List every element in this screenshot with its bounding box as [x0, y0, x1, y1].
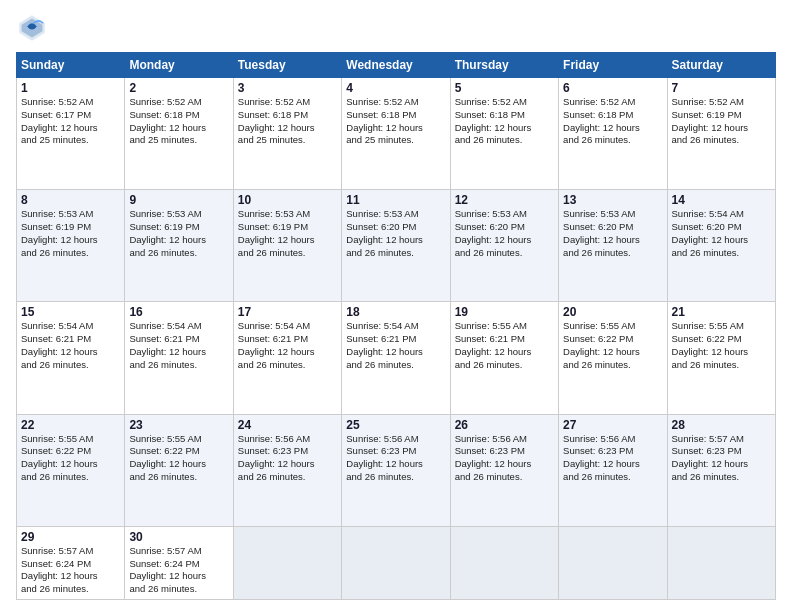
- day-number: 1: [21, 81, 120, 95]
- calendar-header-thursday: Thursday: [450, 53, 558, 78]
- logo: [16, 12, 54, 44]
- day-detail: Sunrise: 5:55 AM Sunset: 6:22 PM Dayligh…: [21, 433, 120, 484]
- day-number: 24: [238, 418, 337, 432]
- calendar-header-sunday: Sunday: [17, 53, 125, 78]
- calendar-cell: 28Sunrise: 5:57 AM Sunset: 6:23 PM Dayli…: [667, 414, 775, 526]
- calendar-cell: [450, 526, 558, 599]
- calendar-cell: 3Sunrise: 5:52 AM Sunset: 6:18 PM Daylig…: [233, 78, 341, 190]
- calendar-table: SundayMondayTuesdayWednesdayThursdayFrid…: [16, 52, 776, 600]
- day-detail: Sunrise: 5:55 AM Sunset: 6:22 PM Dayligh…: [129, 433, 228, 484]
- day-detail: Sunrise: 5:57 AM Sunset: 6:24 PM Dayligh…: [129, 545, 228, 596]
- calendar-cell: 4Sunrise: 5:52 AM Sunset: 6:18 PM Daylig…: [342, 78, 450, 190]
- calendar-week-row: 1Sunrise: 5:52 AM Sunset: 6:17 PM Daylig…: [17, 78, 776, 190]
- calendar-header-row: SundayMondayTuesdayWednesdayThursdayFrid…: [17, 53, 776, 78]
- day-number: 14: [672, 193, 771, 207]
- day-detail: Sunrise: 5:56 AM Sunset: 6:23 PM Dayligh…: [238, 433, 337, 484]
- calendar-cell: 14Sunrise: 5:54 AM Sunset: 6:20 PM Dayli…: [667, 190, 775, 302]
- day-number: 27: [563, 418, 662, 432]
- day-detail: Sunrise: 5:57 AM Sunset: 6:24 PM Dayligh…: [21, 545, 120, 596]
- calendar-cell: 7Sunrise: 5:52 AM Sunset: 6:19 PM Daylig…: [667, 78, 775, 190]
- day-detail: Sunrise: 5:53 AM Sunset: 6:19 PM Dayligh…: [238, 208, 337, 259]
- calendar-cell: 23Sunrise: 5:55 AM Sunset: 6:22 PM Dayli…: [125, 414, 233, 526]
- day-number: 11: [346, 193, 445, 207]
- day-number: 20: [563, 305, 662, 319]
- day-number: 22: [21, 418, 120, 432]
- day-detail: Sunrise: 5:57 AM Sunset: 6:23 PM Dayligh…: [672, 433, 771, 484]
- calendar-cell: 15Sunrise: 5:54 AM Sunset: 6:21 PM Dayli…: [17, 302, 125, 414]
- calendar-cell: [559, 526, 667, 599]
- day-number: 5: [455, 81, 554, 95]
- day-number: 10: [238, 193, 337, 207]
- day-number: 30: [129, 530, 228, 544]
- day-number: 25: [346, 418, 445, 432]
- calendar-cell: 30Sunrise: 5:57 AM Sunset: 6:24 PM Dayli…: [125, 526, 233, 599]
- day-number: 28: [672, 418, 771, 432]
- day-number: 9: [129, 193, 228, 207]
- day-detail: Sunrise: 5:56 AM Sunset: 6:23 PM Dayligh…: [455, 433, 554, 484]
- day-number: 29: [21, 530, 120, 544]
- day-number: 15: [21, 305, 120, 319]
- day-number: 8: [21, 193, 120, 207]
- day-detail: Sunrise: 5:55 AM Sunset: 6:22 PM Dayligh…: [672, 320, 771, 371]
- day-detail: Sunrise: 5:52 AM Sunset: 6:19 PM Dayligh…: [672, 96, 771, 147]
- day-number: 2: [129, 81, 228, 95]
- header: [16, 12, 776, 44]
- logo-icon: [16, 12, 48, 44]
- calendar-cell: 24Sunrise: 5:56 AM Sunset: 6:23 PM Dayli…: [233, 414, 341, 526]
- day-detail: Sunrise: 5:53 AM Sunset: 6:20 PM Dayligh…: [455, 208, 554, 259]
- calendar-header-saturday: Saturday: [667, 53, 775, 78]
- day-detail: Sunrise: 5:52 AM Sunset: 6:18 PM Dayligh…: [129, 96, 228, 147]
- day-number: 12: [455, 193, 554, 207]
- calendar-cell: 2Sunrise: 5:52 AM Sunset: 6:18 PM Daylig…: [125, 78, 233, 190]
- calendar-cell: 9Sunrise: 5:53 AM Sunset: 6:19 PM Daylig…: [125, 190, 233, 302]
- day-number: 6: [563, 81, 662, 95]
- calendar-cell: 29Sunrise: 5:57 AM Sunset: 6:24 PM Dayli…: [17, 526, 125, 599]
- day-detail: Sunrise: 5:54 AM Sunset: 6:21 PM Dayligh…: [238, 320, 337, 371]
- day-number: 7: [672, 81, 771, 95]
- calendar-cell: 1Sunrise: 5:52 AM Sunset: 6:17 PM Daylig…: [17, 78, 125, 190]
- day-detail: Sunrise: 5:53 AM Sunset: 6:19 PM Dayligh…: [129, 208, 228, 259]
- day-detail: Sunrise: 5:53 AM Sunset: 6:19 PM Dayligh…: [21, 208, 120, 259]
- calendar-cell: 27Sunrise: 5:56 AM Sunset: 6:23 PM Dayli…: [559, 414, 667, 526]
- calendar-header-wednesday: Wednesday: [342, 53, 450, 78]
- calendar-cell: [667, 526, 775, 599]
- calendar-week-row: 15Sunrise: 5:54 AM Sunset: 6:21 PM Dayli…: [17, 302, 776, 414]
- day-number: 13: [563, 193, 662, 207]
- calendar-cell: 10Sunrise: 5:53 AM Sunset: 6:19 PM Dayli…: [233, 190, 341, 302]
- day-number: 21: [672, 305, 771, 319]
- page: SundayMondayTuesdayWednesdayThursdayFrid…: [0, 0, 792, 612]
- day-detail: Sunrise: 5:54 AM Sunset: 6:21 PM Dayligh…: [21, 320, 120, 371]
- day-detail: Sunrise: 5:54 AM Sunset: 6:21 PM Dayligh…: [129, 320, 228, 371]
- calendar-cell: 11Sunrise: 5:53 AM Sunset: 6:20 PM Dayli…: [342, 190, 450, 302]
- day-detail: Sunrise: 5:54 AM Sunset: 6:21 PM Dayligh…: [346, 320, 445, 371]
- calendar-cell: 17Sunrise: 5:54 AM Sunset: 6:21 PM Dayli…: [233, 302, 341, 414]
- day-detail: Sunrise: 5:52 AM Sunset: 6:18 PM Dayligh…: [238, 96, 337, 147]
- day-detail: Sunrise: 5:52 AM Sunset: 6:18 PM Dayligh…: [455, 96, 554, 147]
- calendar-header-tuesday: Tuesday: [233, 53, 341, 78]
- calendar-cell: 6Sunrise: 5:52 AM Sunset: 6:18 PM Daylig…: [559, 78, 667, 190]
- day-number: 3: [238, 81, 337, 95]
- day-detail: Sunrise: 5:53 AM Sunset: 6:20 PM Dayligh…: [563, 208, 662, 259]
- calendar-cell: 18Sunrise: 5:54 AM Sunset: 6:21 PM Dayli…: [342, 302, 450, 414]
- calendar-cell: 25Sunrise: 5:56 AM Sunset: 6:23 PM Dayli…: [342, 414, 450, 526]
- day-detail: Sunrise: 5:54 AM Sunset: 6:20 PM Dayligh…: [672, 208, 771, 259]
- day-detail: Sunrise: 5:52 AM Sunset: 6:18 PM Dayligh…: [346, 96, 445, 147]
- calendar-cell: 26Sunrise: 5:56 AM Sunset: 6:23 PM Dayli…: [450, 414, 558, 526]
- day-detail: Sunrise: 5:56 AM Sunset: 6:23 PM Dayligh…: [346, 433, 445, 484]
- calendar-cell: 8Sunrise: 5:53 AM Sunset: 6:19 PM Daylig…: [17, 190, 125, 302]
- calendar-week-row: 22Sunrise: 5:55 AM Sunset: 6:22 PM Dayli…: [17, 414, 776, 526]
- calendar-header-friday: Friday: [559, 53, 667, 78]
- day-detail: Sunrise: 5:55 AM Sunset: 6:22 PM Dayligh…: [563, 320, 662, 371]
- calendar-cell: 19Sunrise: 5:55 AM Sunset: 6:21 PM Dayli…: [450, 302, 558, 414]
- day-detail: Sunrise: 5:52 AM Sunset: 6:17 PM Dayligh…: [21, 96, 120, 147]
- calendar-cell: 20Sunrise: 5:55 AM Sunset: 6:22 PM Dayli…: [559, 302, 667, 414]
- day-number: 4: [346, 81, 445, 95]
- day-number: 16: [129, 305, 228, 319]
- calendar-cell: 5Sunrise: 5:52 AM Sunset: 6:18 PM Daylig…: [450, 78, 558, 190]
- day-detail: Sunrise: 5:52 AM Sunset: 6:18 PM Dayligh…: [563, 96, 662, 147]
- calendar-cell: 12Sunrise: 5:53 AM Sunset: 6:20 PM Dayli…: [450, 190, 558, 302]
- calendar-cell: [233, 526, 341, 599]
- day-number: 23: [129, 418, 228, 432]
- day-detail: Sunrise: 5:56 AM Sunset: 6:23 PM Dayligh…: [563, 433, 662, 484]
- day-number: 17: [238, 305, 337, 319]
